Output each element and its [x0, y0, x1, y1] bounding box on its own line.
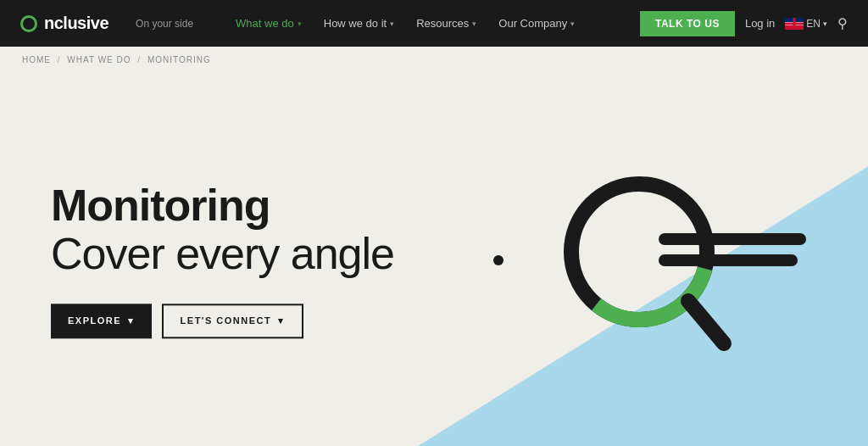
- nav-link-resources[interactable]: Resources ▾: [408, 12, 485, 35]
- talk-to-us-button[interactable]: TALK TO US: [640, 11, 735, 36]
- chevron-down-icon: ▾: [570, 20, 575, 28]
- chevron-down-icon: ▾: [390, 20, 394, 28]
- lang-label: EN: [806, 18, 821, 30]
- explore-button[interactable]: EXPLORE ▾: [51, 304, 152, 338]
- breadcrumb-monitoring: MONITORING: [147, 55, 211, 64]
- login-button[interactable]: Log in: [745, 17, 775, 30]
- chevron-down-icon: ▾: [298, 20, 302, 28]
- logo-icon: [20, 15, 37, 32]
- hero-dot-decoration: [493, 255, 504, 265]
- hero-section: Monitoring Cover every angle EXPLORE ▾ L…: [0, 73, 868, 446]
- breadcrumb-home[interactable]: HOME: [22, 55, 51, 64]
- lang-chevron-icon: ▾: [823, 20, 827, 28]
- chevron-down-icon: ▾: [472, 20, 476, 28]
- language-selector[interactable]: EN ▾: [785, 18, 827, 30]
- explore-chevron-icon: ▾: [128, 315, 135, 326]
- breadcrumb-sep-1: /: [58, 55, 64, 64]
- connect-chevron-icon: ▾: [278, 315, 285, 326]
- hero-buttons: EXPLORE ▾ LET'S CONNECT ▾: [51, 304, 394, 338]
- uk-flag-icon: [785, 18, 804, 30]
- hero-content: Monitoring Cover every angle EXPLORE ▾ L…: [51, 181, 394, 338]
- navbar: nclusive On your side What we do ▾ How w…: [0, 0, 868, 47]
- hero-title: Monitoring: [51, 181, 394, 230]
- breadcrumb: HOME / WHAT WE DO / MONITORING: [0, 47, 868, 73]
- lets-connect-button[interactable]: LET'S CONNECT ▾: [162, 304, 303, 338]
- nav-link-how-we-do-it[interactable]: How we do it ▾: [315, 12, 403, 35]
- search-icon[interactable]: ⚲: [837, 15, 848, 31]
- breadcrumb-sep-2: /: [137, 55, 144, 64]
- nav-link-our-company[interactable]: Our Company ▾: [490, 12, 583, 35]
- logo-text: nclusive: [44, 14, 108, 33]
- logo[interactable]: nclusive: [20, 14, 108, 33]
- nav-right: TALK TO US Log in EN ▾ ⚲: [640, 11, 848, 36]
- hero-subtitle: Cover every angle: [51, 230, 394, 278]
- svg-line-2: [688, 301, 724, 343]
- nav-link-what-we-do[interactable]: What we do ▾: [227, 12, 310, 35]
- nav-links: What we do ▾ How we do it ▾ Resources ▾ …: [227, 12, 640, 35]
- hero-illustration: [529, 159, 817, 362]
- breadcrumb-what-we-do[interactable]: WHAT WE DO: [67, 55, 131, 64]
- tagline: On your side: [136, 18, 193, 30]
